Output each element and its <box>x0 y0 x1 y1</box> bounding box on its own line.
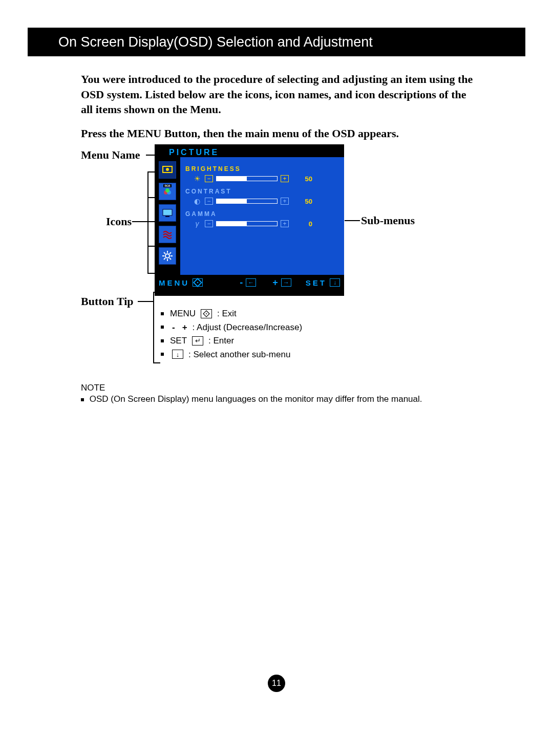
gear-icon[interactable] <box>159 247 176 265</box>
svg-line-15 <box>169 252 171 254</box>
plus-button[interactable]: + <box>281 220 289 227</box>
submenu-gamma[interactable]: GAMMA γ − + 0 <box>185 210 339 228</box>
svg-point-16 <box>197 282 199 284</box>
slider-row: γ − + 0 <box>185 220 339 228</box>
footer-minus: - <box>240 277 243 288</box>
bullet-icon <box>161 326 164 329</box>
press-menu-text: Press the MENU Button, then the main men… <box>81 127 475 140</box>
slider-track[interactable] <box>216 199 278 204</box>
page-number: 11 <box>268 675 285 692</box>
tip-row: ↓ : Select another sub-menu <box>161 348 302 361</box>
diamond-icon <box>201 309 212 318</box>
svg-point-7 <box>165 254 169 258</box>
arrow-down-icon: ↓ <box>172 350 183 359</box>
submenu-contrast[interactable]: CONTRAST ◐ − + 50 <box>185 188 339 205</box>
footer-set-label: SET <box>306 278 327 287</box>
minus-button[interactable]: − <box>205 198 213 205</box>
sun-icon: ☀ <box>193 175 202 183</box>
connector-line <box>132 221 147 222</box>
osd-submenu-panel: BRIGHTNESS ☀ − + 50 CONTRAST ◐ − + 50 <box>180 157 344 275</box>
submenu-label: BRIGHTNESS <box>185 165 339 172</box>
header-bar: On Screen Display(OSD) Selection and Adj… <box>28 28 525 56</box>
page-title: On Screen Display(OSD) Selection and Adj… <box>58 34 373 50</box>
rgb-badge: RGB <box>163 184 171 187</box>
button-tips: MENU : Exit - + : Adjust (Decrease/Incre… <box>161 307 302 361</box>
tip-select: : Select another sub-menu <box>188 348 290 361</box>
osd-menu-title: PICTURE <box>155 144 344 157</box>
submenu-label: CONTRAST <box>185 188 339 195</box>
footer-menu-label: MENU <box>159 278 189 287</box>
minus-button[interactable]: − <box>205 175 213 182</box>
tip-menu-suffix: : Exit <box>217 307 237 320</box>
tip-row: SET ↵ : Enter <box>161 334 302 348</box>
note-body: OSD (On Screen Display) menu languages o… <box>81 394 491 404</box>
connector-line <box>153 292 154 363</box>
svg-line-12 <box>164 252 165 254</box>
slider-value: 0 <box>298 220 312 228</box>
note-text: OSD (On Screen Display) menu languages o… <box>90 394 422 404</box>
label-button-tip: Button Tip <box>81 295 134 308</box>
picture-icon[interactable] <box>159 161 176 179</box>
bullet-icon <box>161 339 164 342</box>
rgb-icon[interactable]: RGB <box>159 183 176 200</box>
bullet-icon <box>81 398 84 401</box>
svg-line-14 <box>164 258 165 260</box>
tip-minus: - <box>172 321 175 334</box>
arrow-down-icon: ↓ <box>330 278 340 287</box>
svg-line-13 <box>169 258 171 260</box>
label-icons: Icons <box>106 215 132 228</box>
connector-line <box>153 362 160 363</box>
label-submenus: Sub-menus <box>361 214 415 227</box>
tip-row: MENU : Exit <box>161 307 302 320</box>
slider-value: 50 <box>298 198 312 205</box>
plus-button[interactable]: + <box>281 198 289 205</box>
connector-line <box>147 171 148 274</box>
label-menu-name: Menu Name <box>81 148 140 162</box>
connector-line <box>147 273 155 274</box>
osd-footer: MENU - ← + → SET ↓ <box>155 275 344 290</box>
svg-rect-6 <box>165 216 169 217</box>
svg-rect-5 <box>163 209 172 215</box>
footer-plus: + <box>272 277 278 288</box>
connector-line <box>147 171 155 172</box>
waves-icon[interactable] <box>159 226 176 243</box>
submenu-brightness[interactable]: BRIGHTNESS ☀ − + 50 <box>185 165 339 183</box>
tip-plus: + <box>182 321 187 334</box>
osd-body: RGB BRIGHTNESS ☀ − + 50 <box>155 157 344 275</box>
svg-point-17 <box>206 313 207 314</box>
connector-line <box>345 220 360 221</box>
gamma-icon: γ <box>193 220 202 228</box>
bullet-icon <box>161 353 164 356</box>
display-icon[interactable] <box>159 204 176 222</box>
plus-button[interactable]: + <box>281 175 289 182</box>
connector-line <box>147 221 155 222</box>
note-label: NOTE <box>81 383 105 393</box>
connector-line <box>147 246 155 247</box>
arrow-right-icon: → <box>281 278 291 287</box>
tip-adjust: : Adjust (Decrease/Increase) <box>193 321 302 334</box>
osd-screen: PICTURE RGB BRIGHTNESS <box>155 144 344 296</box>
slider-track[interactable] <box>216 221 278 226</box>
slider-track[interactable] <box>216 176 278 181</box>
svg-point-1 <box>166 168 169 171</box>
tip-set-prefix: SET <box>170 334 187 348</box>
arrow-left-icon: ← <box>246 278 256 287</box>
diamond-icon <box>193 278 203 287</box>
minus-button[interactable]: − <box>205 220 213 227</box>
intro-text: You were introduced to the procedure of … <box>81 72 475 117</box>
osd-icon-column: RGB <box>155 157 180 275</box>
slider-row: ◐ − + 50 <box>185 197 339 205</box>
tip-menu-prefix: MENU <box>170 307 196 320</box>
slider-row: ☀ − + 50 <box>185 175 339 183</box>
tip-set-suffix: : Enter <box>208 334 234 348</box>
connector-line <box>138 301 153 302</box>
submenu-label: GAMMA <box>185 210 339 218</box>
connector-line <box>147 197 155 198</box>
svg-point-4 <box>165 188 169 192</box>
contrast-icon: ◐ <box>193 197 202 205</box>
tip-row: - + : Adjust (Decrease/Increase) <box>161 321 302 334</box>
slider-value: 50 <box>298 175 312 183</box>
enter-icon: ↵ <box>192 336 203 345</box>
bullet-icon <box>161 312 164 315</box>
